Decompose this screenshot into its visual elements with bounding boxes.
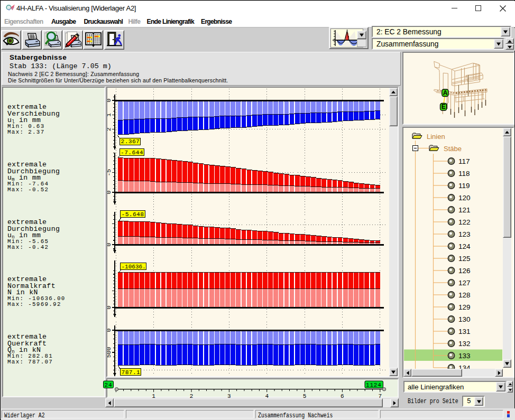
svg-text:126: 126	[458, 267, 471, 275]
svg-text:127: 127	[458, 279, 471, 287]
svg-text:-7.644: -7.644	[121, 150, 143, 156]
svg-text:134: 134	[458, 364, 471, 369]
svg-text:133: 133	[458, 352, 471, 360]
svg-text:118: 118	[458, 170, 470, 178]
svg-text:-10636.: -10636.	[122, 264, 146, 270]
svg-text:2.367: 2.367	[121, 138, 140, 145]
svg-text:7: 7	[378, 393, 382, 398]
svg-text:Stäbe: Stäbe	[444, 145, 462, 153]
svg-text:129: 129	[458, 303, 471, 311]
svg-text:0: 0	[107, 242, 112, 246]
svg-text:1: 1	[107, 113, 112, 117]
svg-text:0: 0	[107, 328, 112, 332]
svg-text:-5.648: -5.648	[122, 211, 144, 218]
svg-text:0: 0	[107, 190, 112, 194]
svg-text:-5: -5	[107, 169, 112, 176]
svg-text:Linien: Linien	[427, 133, 445, 141]
svg-text:3: 3	[227, 393, 231, 398]
svg-text:6: 6	[341, 393, 344, 398]
svg-text:500: 500	[107, 347, 112, 358]
svg-text:119: 119	[458, 182, 470, 190]
svg-text:132: 132	[458, 340, 471, 348]
svg-text:121: 121	[458, 206, 471, 214]
svg-text:117: 117	[458, 157, 470, 165]
svg-text:A: A	[443, 89, 448, 97]
svg-text:E: E	[442, 103, 446, 110]
svg-text:1124: 1124	[366, 382, 382, 388]
svg-text:1: 1	[152, 393, 155, 398]
svg-text:120: 120	[458, 194, 471, 202]
svg-text:131: 131	[458, 328, 471, 335]
svg-text:124: 124	[458, 242, 471, 250]
svg-text:123: 123	[458, 230, 471, 238]
svg-text:24: 24	[105, 382, 113, 388]
svg-text:2: 2	[107, 127, 112, 131]
svg-text:0: 0	[107, 98, 112, 102]
svg-text:125: 125	[458, 255, 471, 263]
svg-text:4: 4	[265, 393, 269, 398]
svg-text:130: 130	[458, 315, 471, 323]
svg-text:5: 5	[303, 393, 307, 398]
svg-text:787.1: 787.1	[122, 369, 141, 376]
svg-text:0: 0	[107, 305, 112, 309]
svg-text:122: 122	[458, 218, 471, 226]
svg-text:128: 128	[458, 291, 471, 299]
svg-text:2: 2	[190, 393, 194, 398]
